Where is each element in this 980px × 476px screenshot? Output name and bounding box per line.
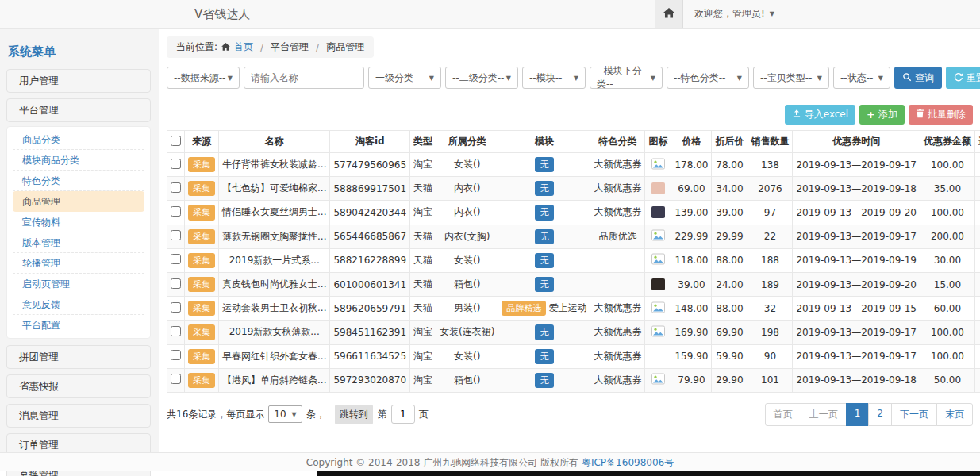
nav-home-button[interactable] — [655, 0, 683, 28]
row-checkbox[interactable] — [171, 230, 181, 240]
search-button[interactable]: 查询 — [894, 67, 942, 89]
coupon-amount-cell: 15.00 — [920, 272, 974, 296]
refresh-icon — [954, 72, 963, 84]
row-checkbox[interactable] — [171, 374, 181, 384]
row-checkbox[interactable] — [171, 159, 181, 169]
imported-cell: 否 — [974, 272, 980, 296]
pagination-button-3[interactable]: 2 — [868, 403, 892, 426]
module-badge[interactable]: 无 — [535, 205, 554, 220]
reset-button[interactable]: 重置 — [946, 67, 980, 89]
column-header-名称: 名称 — [219, 131, 330, 153]
pagination-button-0[interactable]: 首页 — [765, 403, 801, 426]
sidebar-item-3[interactable]: 商品管理 — [13, 191, 144, 212]
sidebar-item-6[interactable]: 轮播管理 — [13, 253, 144, 274]
module-badge[interactable]: 无 — [535, 229, 554, 244]
sidebar-submenu: 商品分类模块商品分类特色分类商品管理宣传物料版本管理轮播管理启动页管理意见反馈平… — [6, 126, 151, 339]
table-row-8: 采集早春网红针织外套女春...596611634525淘宝女装()无大额优惠券1… — [167, 344, 980, 368]
batch-delete-label: 批量删除 — [928, 108, 966, 121]
module-badge[interactable]: 无 — [535, 277, 554, 292]
sidebar-section-3[interactable]: 拼团管理 — [6, 345, 151, 369]
sidebar-item-2[interactable]: 特色分类 — [13, 171, 144, 191]
add-button[interactable]: + 添加 — [859, 105, 905, 125]
product-thumbnail — [651, 206, 665, 218]
module-badge[interactable]: 无 — [535, 373, 554, 388]
checkbox-cell — [167, 297, 185, 321]
module-badge[interactable]: 无 — [535, 157, 554, 172]
type-cell: 天猫 — [410, 177, 436, 201]
chevron-down-icon: ▼ — [651, 75, 655, 82]
coupon-time-cell: 2019-09-13—2019-09-20 — [793, 201, 920, 225]
coupon-amount-cell: 200.00 — [920, 225, 974, 248]
icp-link[interactable]: 粤ICP备16098006号 — [582, 457, 674, 468]
taoke-id-cell: 588216228899 — [330, 248, 410, 272]
source-cell: 采集 — [185, 201, 219, 225]
sidebar-section-0[interactable]: 用户管理 — [6, 69, 151, 93]
sidebar-item-4[interactable]: 宣传物料 — [13, 212, 144, 232]
price-cell: 229.99 — [671, 225, 712, 248]
column-header-来源: 来源 — [185, 131, 219, 153]
pagination-button-5[interactable]: 末页 — [936, 403, 973, 426]
column-header-销售数量: 销售数量 — [747, 131, 793, 153]
feature-cell: 大额优惠券 — [590, 201, 645, 225]
item-type-select-value: --宝贝类型-- — [760, 71, 812, 85]
module-select[interactable]: --模块--▼ — [522, 67, 586, 89]
table-row-9: 采集【港风】单肩斜跨链条...597293020870淘宝箱包()无大额优惠券7… — [167, 368, 980, 392]
breadcrumb-home-link[interactable]: 首页 — [234, 40, 253, 54]
records-summary: 共16条记录，每页显示 — [167, 408, 264, 421]
module-cell: 无 — [498, 368, 590, 392]
module-badge[interactable]: 无 — [535, 349, 554, 364]
row-checkbox[interactable] — [171, 254, 181, 264]
sidebar-item-8[interactable]: 意见反馈 — [13, 294, 144, 315]
sidebar-item-5[interactable]: 版本管理 — [13, 232, 144, 253]
row-checkbox[interactable] — [171, 182, 181, 193]
row-checkbox[interactable] — [171, 278, 181, 289]
sidebar-item-0[interactable]: 商品分类 — [13, 129, 144, 150]
select-all-checkbox[interactable] — [171, 136, 181, 146]
row-checkbox[interactable] — [171, 326, 181, 336]
sidebar-section-1[interactable]: 平台管理 — [6, 98, 151, 122]
table-row-4: 采集2019新款一片式系...588216228899天猫女装()无118.00… — [167, 248, 980, 272]
feature-category-select[interactable]: --特色分类--▼ — [667, 67, 749, 89]
jump-button[interactable]: 跳转到 — [335, 405, 373, 424]
pagination-button-2[interactable]: 1 — [846, 403, 870, 426]
row-checkbox[interactable] — [171, 302, 181, 313]
sidebar-item-7[interactable]: 启动页管理 — [13, 274, 144, 294]
pagination-button-1[interactable]: 上一页 — [801, 403, 847, 426]
chevron-down-icon: ▼ — [506, 75, 511, 82]
status-select[interactable]: --状态--▼ — [833, 67, 890, 89]
module-badge[interactable]: 无 — [535, 253, 554, 268]
column-header-价格: 价格 — [671, 131, 712, 153]
per-page-select[interactable]: 10 ▼ — [268, 405, 302, 423]
name-input[interactable] — [244, 67, 364, 89]
user-menu[interactable]: 欢迎您，管理员! ▼ — [683, 0, 786, 28]
sales-cell: 101 — [747, 368, 793, 392]
copyright-text: Copyright © 2014-2018 广州九驰网络科技有限公司 版权所有 — [306, 457, 578, 468]
type-cell: 淘宝 — [410, 368, 436, 392]
module-subcategory-select[interactable]: --模块下分类--▼ — [590, 67, 663, 89]
module-badge[interactable]: 无 — [535, 181, 554, 196]
discount-price-cell: 59.90 — [712, 344, 747, 368]
batch-delete-button[interactable]: 批量删除 — [909, 105, 973, 125]
import-excel-button[interactable]: 导入excel — [785, 105, 855, 125]
icon-cell — [645, 344, 671, 368]
data-source-select[interactable]: --数据来源--▼ — [167, 67, 240, 89]
product-thumbnail — [651, 278, 665, 290]
type-cell: 淘宝 — [410, 321, 436, 344]
sidebar-section-4[interactable]: 省惠快报 — [6, 374, 151, 398]
row-checkbox[interactable] — [171, 206, 181, 217]
module-badge[interactable]: 无 — [535, 324, 554, 340]
level1-category-select[interactable]: 一级分类▼ — [368, 67, 441, 89]
module-badge[interactable]: 品牌精选 — [502, 301, 546, 316]
row-checkbox[interactable] — [171, 350, 181, 360]
sidebar-section-5[interactable]: 消息管理 — [6, 404, 151, 428]
item-type-select[interactable]: --宝贝类型--▼ — [753, 67, 829, 89]
price-cell: 69.00 — [671, 177, 712, 201]
module-cell: 无 — [498, 225, 590, 248]
sidebar-item-9[interactable]: 平台配置 — [13, 315, 144, 336]
pagination-button-4[interactable]: 下一页 — [891, 403, 937, 426]
level2-category-select[interactable]: --二级分类--▼ — [445, 67, 518, 89]
column-header-图标: 图标 — [645, 131, 671, 153]
column-header-淘客id: 淘客id — [330, 131, 410, 153]
sidebar-item-1[interactable]: 模块商品分类 — [13, 150, 144, 171]
page-number-input[interactable] — [391, 405, 415, 424]
